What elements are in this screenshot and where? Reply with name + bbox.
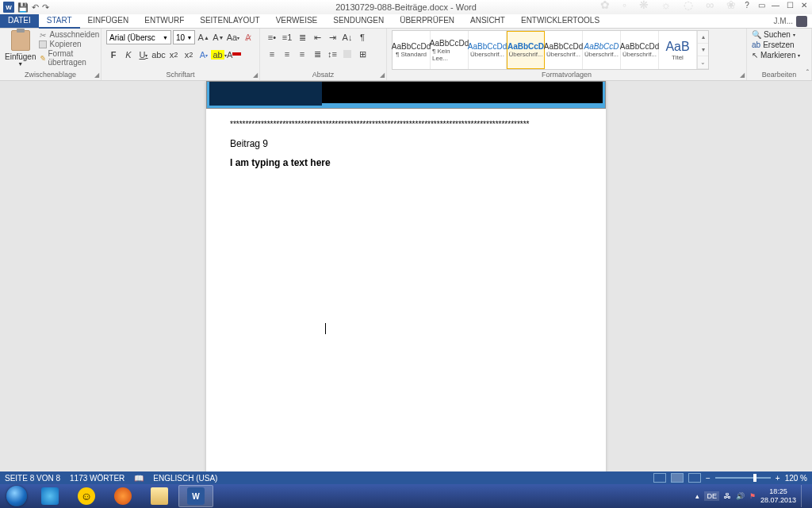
word-icon: W (187, 487, 205, 505)
tray-chevron-icon[interactable]: ▴ (695, 492, 699, 500)
tab-developer[interactable]: ENTWICKLERTOOLS (513, 14, 607, 28)
shading-button[interactable] (340, 47, 354, 61)
tray-network-icon[interactable]: 🖧 (724, 492, 731, 500)
find-button[interactable]: 🔍Suchen▾ (752, 30, 806, 39)
close-icon[interactable]: ✕ (798, 0, 810, 10)
zoom-slider[interactable] (715, 477, 771, 479)
style-heading3[interactable]: AaBbCcDdÜberschrif... (545, 31, 583, 69)
view-print-icon[interactable] (671, 473, 684, 483)
collapse-ribbon-icon[interactable]: ˆ (806, 69, 809, 78)
status-page[interactable]: SEITE 8 VON 8 (5, 474, 60, 483)
justify-button[interactable]: ≣ (310, 47, 324, 61)
document-area[interactable]: ****************************************… (0, 81, 812, 471)
maximize-icon[interactable]: ☐ (783, 0, 796, 10)
zoom-in-icon[interactable]: + (776, 474, 780, 483)
minimize-icon[interactable]: — (769, 0, 782, 10)
firefox-icon (114, 487, 132, 505)
subscript-button[interactable]: x2 (167, 47, 181, 63)
font-size-select[interactable]: 10▼ (173, 30, 195, 44)
group-edit: 🔍Suchen▾ abErsetzen ↖Markieren▾ Bearbeit… (747, 29, 812, 80)
status-bar: SEITE 8 VON 8 1173 WÖRTER 📖 ENGLISCH (US… (0, 471, 812, 484)
tab-view[interactable]: ANSICHT (462, 14, 513, 28)
tab-start[interactable]: START (39, 14, 80, 29)
font-name-select[interactable]: Arial (Übersc▼ (106, 30, 171, 44)
format-painter-button[interactable]: ✎Format übertragen (39, 49, 99, 67)
multilevel-button[interactable]: ≣ (295, 30, 309, 44)
tray-language[interactable]: DE (704, 491, 719, 501)
italic-button[interactable]: K (121, 47, 136, 63)
change-case-button[interactable]: Aa▾ (227, 30, 240, 44)
tab-layout[interactable]: SEITENLAYOUT (192, 14, 267, 28)
underline-button[interactable]: U▾ (136, 47, 151, 63)
show-marks-button[interactable]: ¶ (355, 30, 370, 44)
taskbar-word[interactable]: W (178, 485, 213, 507)
style-heading2[interactable]: AaBbCcDÜberschrif... (507, 31, 545, 69)
styles-more[interactable]: ▴▾⌄ (697, 31, 708, 69)
style-no-spacing[interactable]: AaBbCcDd¶ Kein Lee... (431, 31, 469, 69)
taskbar-smiley[interactable]: ☺ (69, 485, 104, 507)
sort-button[interactable]: A↓ (340, 30, 354, 44)
tab-references[interactable]: VERWEISE (268, 14, 326, 28)
status-words[interactable]: 1173 WÖRTER (70, 474, 124, 483)
start-button[interactable] (2, 484, 32, 508)
tray-action-icon[interactable]: ⚑ (749, 492, 756, 500)
select-button[interactable]: ↖Markieren▾ (752, 51, 806, 60)
qat-save-icon[interactable]: 💾 (17, 2, 29, 13)
grow-font-button[interactable]: A▲ (197, 30, 210, 44)
tab-review[interactable]: ÜBERPRÜFEN (392, 14, 462, 28)
qat-undo-icon[interactable]: ↶ (32, 2, 39, 13)
qat-redo-icon[interactable]: ↷ (42, 2, 49, 13)
style-title[interactable]: AaBTitel (659, 31, 697, 69)
highlight-button[interactable]: ab▾ (212, 47, 226, 63)
view-read-icon[interactable] (653, 473, 666, 483)
text-effects-button[interactable]: A▾ (197, 47, 211, 63)
borders-button[interactable]: ⊞ (355, 47, 370, 61)
tray-clock[interactable]: 18:25 28.07.2013 (760, 487, 796, 505)
style-standard[interactable]: AaBbCcDd¶ Standard (393, 31, 431, 69)
ribbon-display-icon[interactable]: ▭ (755, 0, 768, 10)
shrink-font-button[interactable]: A▼ (212, 30, 225, 44)
bullets-button[interactable]: ≡• (265, 30, 279, 44)
clipboard-launcher-icon[interactable]: ◢ (94, 71, 99, 79)
tab-mailings[interactable]: SENDUNGEN (325, 14, 392, 28)
align-left-button[interactable]: ≡ (265, 47, 279, 61)
align-center-button[interactable]: ≡ (280, 47, 294, 61)
align-right-button[interactable]: ≡ (295, 47, 309, 61)
tray-volume-icon[interactable]: 🔊 (736, 492, 745, 500)
style-heading1[interactable]: AaBbCcDdÜberschrif... (469, 31, 507, 69)
help-icon[interactable]: ? (741, 0, 753, 10)
para-launcher-icon[interactable]: ◢ (380, 71, 385, 79)
taskbar-explorer[interactable] (142, 485, 177, 507)
style-heading5[interactable]: AaBbCcDdÜberschrif... (621, 31, 659, 69)
view-web-icon[interactable] (688, 473, 701, 483)
styles-launcher-icon[interactable]: ◢ (740, 71, 745, 79)
bold-button[interactable]: F (106, 47, 121, 63)
indent-dec-button[interactable]: ⇤ (310, 30, 324, 44)
style-heading4[interactable]: AaBbCcDÜberschrif... (583, 31, 621, 69)
indent-inc-button[interactable]: ⇥ (325, 30, 339, 44)
tab-file[interactable]: DATEI (0, 14, 39, 28)
show-desktop-button[interactable] (801, 485, 807, 507)
copy-button[interactable]: Kopieren (39, 40, 99, 48)
zoom-out-icon[interactable]: − (706, 474, 710, 483)
replace-button[interactable]: abErsetzen (752, 40, 806, 49)
taskbar-ie[interactable] (33, 485, 67, 507)
strike-button[interactable]: abc (151, 47, 166, 63)
document-page[interactable]: ****************************************… (206, 81, 606, 471)
clear-format-button[interactable]: A̷ (241, 30, 255, 44)
font-launcher-icon[interactable]: ◢ (253, 71, 258, 79)
cut-button[interactable]: ✂Ausschneiden (39, 30, 99, 39)
status-language[interactable]: ENGLISCH (USA) (153, 474, 217, 483)
font-color-button[interactable]: A (227, 47, 241, 63)
user-account[interactable]: J.M... (769, 14, 812, 28)
superscript-button[interactable]: x2 (182, 47, 196, 63)
embedded-image[interactable] (206, 81, 606, 109)
taskbar-firefox[interactable] (105, 485, 140, 507)
tab-insert[interactable]: EINFÜGEN (80, 14, 137, 28)
paste-button[interactable]: Einfügen ▼ (5, 30, 36, 71)
tab-design[interactable]: ENTWURF (136, 14, 192, 28)
numbering-button[interactable]: ≡1 (280, 30, 294, 44)
line-spacing-button[interactable]: ↕≡ (325, 47, 339, 61)
zoom-level[interactable]: 120 % (785, 474, 807, 483)
status-proof-icon[interactable]: 📖 (134, 474, 144, 483)
